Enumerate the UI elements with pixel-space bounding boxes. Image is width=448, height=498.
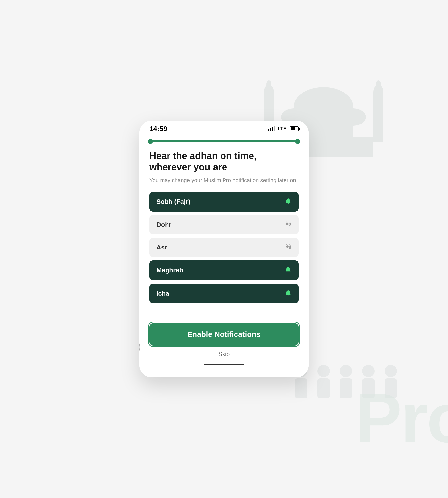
prayer-item-asr[interactable]: Asr: [149, 238, 299, 257]
subtitle: You may change your Muslim Pro notificat…: [149, 177, 299, 184]
prayer-name-maghreb: Maghreb: [156, 266, 183, 274]
mute-icon-dohr: [285, 221, 292, 229]
prayer-item-sobh[interactable]: Sobh (Fajr): [149, 192, 299, 212]
prayer-name-dohr: Dohr: [156, 221, 171, 229]
battery-icon: [290, 126, 299, 131]
cursor-container: [139, 334, 144, 363]
signal-bars: [268, 126, 275, 131]
progress-bar-container: [149, 140, 299, 142]
prayer-item-maghreb[interactable]: Maghreb: [149, 260, 299, 280]
enable-notifications-button[interactable]: Enable Notifications: [149, 323, 299, 346]
prayer-item-dohr[interactable]: Dohr: [149, 215, 299, 234]
mute-icon-asr: [285, 243, 292, 251]
svg-rect-22: [385, 378, 397, 398]
phone-container: 14:59 LTE: [139, 121, 309, 378]
svg-point-23: [139, 339, 140, 355]
svg-rect-6: [376, 85, 381, 92]
status-bar: 14:59 LTE: [139, 121, 309, 135]
skip-link[interactable]: Skip: [149, 351, 299, 358]
signal-bar-4: [274, 126, 275, 131]
bell-icon-maghreb: [285, 266, 292, 275]
prayer-item-icha[interactable]: Icha: [149, 284, 299, 303]
progress-fill: [149, 140, 299, 142]
svg-rect-4: [373, 92, 383, 142]
prayer-name-sobh: Sobh (Fajr): [156, 198, 190, 206]
bottom-section: Enable Notifications Skip: [139, 318, 309, 377]
progress-track: [149, 140, 299, 142]
lte-label: LTE: [278, 126, 287, 132]
status-time: 14:59: [149, 125, 167, 133]
signal-bar-2: [270, 128, 271, 131]
phone-content: Hear the adhan on time, wherever you are…: [139, 135, 309, 318]
home-indicator: [204, 364, 244, 365]
svg-point-5: [373, 85, 383, 100]
prayer-list: Sobh (Fajr) Dohr: [149, 192, 299, 303]
scene: 14:59 LTE: [75, 50, 373, 448]
prayer-name-icha: Icha: [156, 290, 169, 297]
signal-bar-1: [268, 129, 269, 131]
prayer-name-asr: Asr: [156, 244, 167, 251]
svg-point-7: [376, 80, 381, 88]
signal-bar-3: [272, 127, 273, 131]
svg-point-21: [385, 365, 397, 377]
hand-cursor-icon: [139, 334, 144, 362]
status-icons: LTE: [268, 126, 299, 132]
page-wrapper: Pro 14:59 LTE: [0, 0, 448, 498]
battery-fill: [291, 127, 295, 130]
bell-icon-sobh: [285, 197, 292, 206]
progress-dot-end: [295, 139, 300, 144]
bell-icon-icha: [285, 289, 292, 298]
main-title: Hear the adhan on time, wherever you are: [149, 150, 299, 173]
